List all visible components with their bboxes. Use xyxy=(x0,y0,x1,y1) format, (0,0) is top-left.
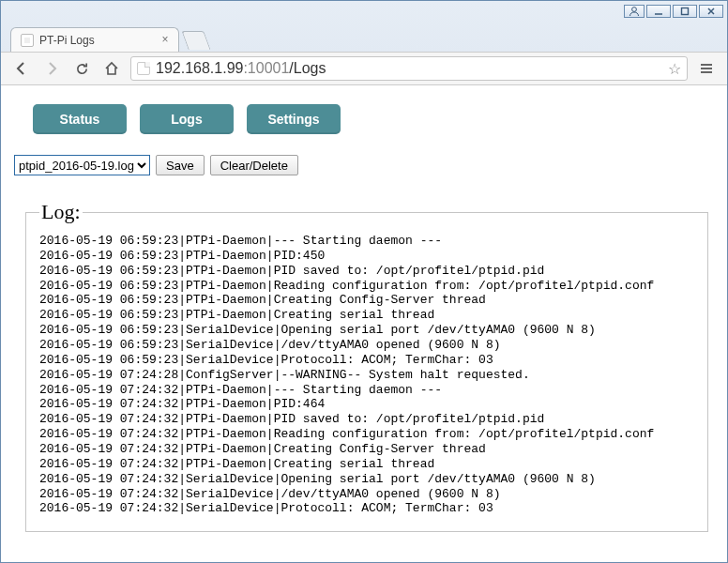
svg-rect-2 xyxy=(682,8,689,15)
user-icon[interactable] xyxy=(624,5,645,18)
settings-button[interactable]: Settings xyxy=(247,104,341,134)
log-controls: ptpid_2016-05-19.log Save Clear/Delete xyxy=(14,155,727,175)
minimize-button[interactable] xyxy=(646,5,671,18)
address-bar[interactable]: 192.168.1.99:10001/Logs ☆ xyxy=(130,56,688,81)
back-button[interactable] xyxy=(10,57,33,80)
status-button[interactable]: Status xyxy=(33,104,127,134)
browser-window: PT-Pi Logs × 192.168.1.99:10001/Logs ☆ xyxy=(0,0,728,563)
url-text[interactable]: 192.168.1.99:10001/Logs xyxy=(156,60,662,77)
page-content[interactable]: Status Logs Settings ptpid_2016-05-19.lo… xyxy=(1,85,727,562)
new-tab-button[interactable] xyxy=(181,31,210,50)
home-button[interactable] xyxy=(100,57,123,80)
log-file-select[interactable]: ptpid_2016-05-19.log xyxy=(14,155,150,175)
maximize-button[interactable] xyxy=(673,5,697,18)
tab-strip: PT-Pi Logs × xyxy=(1,22,727,52)
save-button[interactable]: Save xyxy=(156,155,205,175)
log-legend: Log: xyxy=(39,200,83,224)
bookmark-star-icon[interactable]: ☆ xyxy=(668,60,681,78)
page-icon xyxy=(137,62,150,75)
url-path: /Logs xyxy=(289,60,326,76)
svg-point-0 xyxy=(632,8,637,12)
window-titlebar xyxy=(1,1,727,22)
url-port: :10001 xyxy=(243,60,289,76)
tab-title: PT-Pi Logs xyxy=(39,34,95,47)
favicon-icon xyxy=(21,34,34,47)
browser-toolbar: 192.168.1.99:10001/Logs ☆ xyxy=(1,52,727,85)
browser-tab[interactable]: PT-Pi Logs × xyxy=(10,27,179,52)
log-fieldset: Log: 2016-05-19 06:59:23|PTPi-Daemon|---… xyxy=(25,200,708,532)
nav-button-row: Status Logs Settings xyxy=(1,104,727,134)
log-output: 2016-05-19 06:59:23|PTPi-Daemon|--- Star… xyxy=(39,234,694,516)
close-button[interactable] xyxy=(699,5,723,18)
logs-button[interactable]: Logs xyxy=(140,104,234,134)
url-host: 192.168.1.99 xyxy=(156,60,243,76)
clear-delete-button[interactable]: Clear/Delete xyxy=(210,155,298,175)
tab-close-icon[interactable]: × xyxy=(159,34,171,45)
reload-button[interactable] xyxy=(70,57,93,80)
forward-button[interactable] xyxy=(40,57,63,80)
menu-button[interactable] xyxy=(695,57,718,80)
